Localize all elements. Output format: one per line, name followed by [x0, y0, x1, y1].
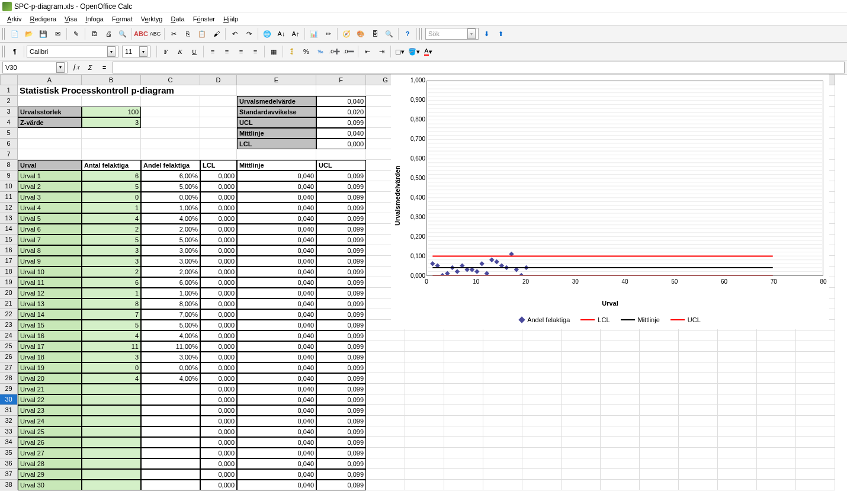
- cell[interactable]: [679, 362, 718, 373]
- cell[interactable]: [562, 373, 601, 384]
- cell[interactable]: 0,000: [200, 203, 237, 213]
- function-wizard-icon[interactable]: ƒ𝑥: [70, 62, 82, 73]
- cell[interactable]: [483, 384, 522, 394]
- cell[interactable]: [757, 437, 796, 448]
- cell[interactable]: [444, 448, 483, 458]
- cell[interactable]: [718, 480, 757, 490]
- decrease-indent-icon[interactable]: ⇤: [361, 45, 374, 58]
- cell[interactable]: [444, 416, 483, 426]
- cell[interactable]: [757, 469, 796, 480]
- embedded-chart[interactable]: Urvalsmedelvärden Urval Andel felaktiga …: [391, 75, 829, 329]
- cell[interactable]: [366, 384, 405, 394]
- cell[interactable]: [522, 330, 562, 341]
- row-header-37[interactable]: 37: [0, 469, 18, 480]
- cell[interactable]: [757, 394, 796, 405]
- cell[interactable]: [141, 458, 200, 469]
- cell[interactable]: 8,00%: [141, 298, 200, 309]
- cell[interactable]: Urval 8: [18, 245, 82, 256]
- cell[interactable]: [562, 330, 601, 341]
- cell[interactable]: [82, 384, 141, 394]
- cell[interactable]: 0,040: [237, 426, 316, 437]
- cell[interactable]: [718, 362, 757, 373]
- edit-mode-icon[interactable]: ✎: [69, 27, 82, 40]
- cell[interactable]: 0,000: [200, 256, 237, 267]
- cell[interactable]: [444, 426, 483, 437]
- cell[interactable]: [405, 448, 444, 458]
- cell[interactable]: [562, 352, 601, 362]
- cell[interactable]: 2: [82, 267, 141, 277]
- sort-asc-icon[interactable]: A↓: [275, 27, 288, 40]
- styles-icon[interactable]: ¶: [8, 45, 21, 58]
- cell[interactable]: [141, 139, 200, 149]
- cell[interactable]: 0,099: [316, 181, 366, 192]
- toolbar-grip[interactable]: [419, 28, 423, 40]
- cell[interactable]: [601, 341, 640, 352]
- cell[interactable]: [405, 384, 444, 394]
- cell[interactable]: 0,099: [316, 352, 366, 362]
- cell[interactable]: [640, 384, 679, 394]
- cell[interactable]: [522, 437, 562, 448]
- cell[interactable]: 6: [82, 171, 141, 181]
- cell[interactable]: [796, 373, 835, 384]
- align-left-icon[interactable]: ≡: [206, 45, 219, 58]
- cell[interactable]: 6,00%: [141, 171, 200, 181]
- cell[interactable]: UCL: [316, 160, 366, 171]
- cell[interactable]: 6,00%: [141, 277, 200, 288]
- cell[interactable]: [601, 352, 640, 362]
- new-doc-icon[interactable]: 📄: [8, 27, 21, 40]
- cell[interactable]: 0,099: [316, 309, 366, 320]
- bg-color-icon[interactable]: 🪣▾: [408, 45, 421, 58]
- cell[interactable]: [601, 426, 640, 437]
- cell[interactable]: 0,040: [316, 128, 366, 139]
- cell[interactable]: 0,040: [237, 320, 316, 330]
- cell[interactable]: [483, 330, 522, 341]
- toolbar-grip[interactable]: [2, 46, 6, 57]
- cell[interactable]: [640, 469, 679, 480]
- cell[interactable]: 0,099: [316, 256, 366, 267]
- cell[interactable]: [141, 448, 200, 458]
- cell[interactable]: [444, 469, 483, 480]
- row-header-15[interactable]: 15: [0, 235, 18, 245]
- cell[interactable]: Urval 22: [18, 394, 82, 405]
- row-header-22[interactable]: 22: [0, 309, 18, 320]
- cell[interactable]: [483, 341, 522, 352]
- cell[interactable]: 0,099: [316, 373, 366, 384]
- row-header-1[interactable]: 1: [0, 85, 18, 96]
- cell[interactable]: Urval 20: [18, 373, 82, 384]
- merge-cells-icon[interactable]: ▦: [267, 45, 280, 58]
- cell[interactable]: 0,040: [237, 181, 316, 192]
- cell[interactable]: 6: [82, 277, 141, 288]
- cell[interactable]: 0,000: [316, 139, 366, 149]
- cell[interactable]: 7,00%: [141, 309, 200, 320]
- copy-icon[interactable]: ⎘: [181, 27, 194, 40]
- cell[interactable]: [718, 341, 757, 352]
- paste-icon[interactable]: 📋: [195, 27, 208, 40]
- menu-fönster[interactable]: Fönster: [190, 14, 219, 24]
- row-header-12[interactable]: 12: [0, 203, 18, 213]
- row-header-11[interactable]: 11: [0, 192, 18, 203]
- cell[interactable]: [405, 362, 444, 373]
- cell[interactable]: 0,040: [237, 352, 316, 362]
- menu-infoga[interactable]: Infoga: [82, 14, 107, 24]
- cell[interactable]: 0,040: [237, 288, 316, 298]
- cell[interactable]: [562, 437, 601, 448]
- row-header-35[interactable]: 35: [0, 448, 18, 458]
- cell[interactable]: 0,040: [237, 416, 316, 426]
- cell[interactable]: 0,040: [237, 341, 316, 352]
- cell[interactable]: 0,099: [316, 341, 366, 352]
- cell[interactable]: [444, 405, 483, 416]
- cell[interactable]: [679, 384, 718, 394]
- cell[interactable]: [601, 394, 640, 405]
- cell[interactable]: [366, 373, 405, 384]
- cell[interactable]: 0,099: [316, 235, 366, 245]
- cell[interactable]: [522, 384, 562, 394]
- cell[interactable]: 3: [82, 245, 141, 256]
- zoom-icon[interactable]: 🔍: [383, 27, 396, 40]
- toolbar-grip[interactable]: [2, 28, 6, 40]
- search-down-icon[interactable]: ⬇: [480, 27, 493, 40]
- cell[interactable]: [640, 437, 679, 448]
- cell[interactable]: Urval 14: [18, 309, 82, 320]
- cell[interactable]: [141, 437, 200, 448]
- row-header-2[interactable]: 2: [0, 96, 18, 107]
- cell[interactable]: [82, 469, 141, 480]
